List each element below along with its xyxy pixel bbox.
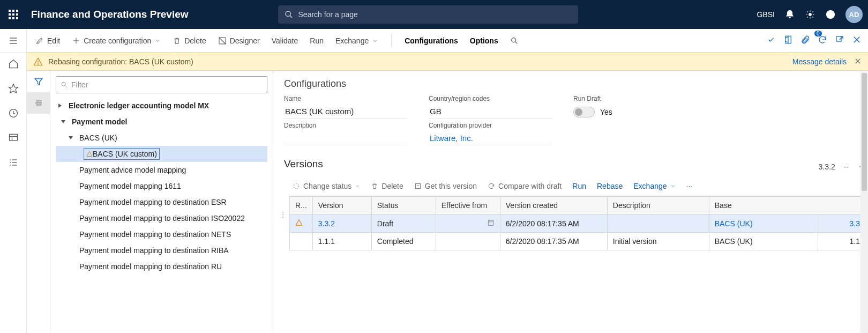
svg-rect-0 [9, 10, 11, 12]
scrollbar[interactable] [860, 71, 868, 333]
record-link-icon[interactable] [766, 35, 776, 46]
get-version-button[interactable]: Get this version [414, 182, 477, 190]
create-configuration-button[interactable]: Create configuration [72, 36, 161, 45]
nav-rail [0, 53, 27, 333]
tree-item-selected[interactable]: BACS (UK custom) [56, 146, 267, 162]
user-avatar[interactable]: AD [845, 6, 863, 23]
version-exchange-button[interactable]: Exchange [633, 182, 675, 190]
details-panel: Configurations Name BACS (UK custom) Cou… [273, 71, 868, 333]
tree-item[interactable]: Payment model mapping to destination NET… [56, 226, 267, 242]
favorites-icon[interactable] [6, 82, 20, 95]
version-row[interactable]: 1.1.1 Completed 6/2/2020 08:17:35 AM Ini… [290, 233, 866, 250]
grid-gripper-icon[interactable]: ⋮⋮ [284, 179, 289, 250]
tree-item[interactable]: Payment advice model mapping [56, 162, 267, 178]
col-status[interactable]: Status [371, 197, 436, 214]
svg-point-47 [62, 82, 65, 86]
popout-icon[interactable] [835, 35, 844, 46]
options-tab[interactable]: Options [470, 36, 498, 45]
tree-item[interactable]: Payment model mapping 1611 [56, 178, 267, 194]
country-value[interactable]: GB [429, 105, 552, 119]
exchange-button[interactable]: Exchange [335, 36, 378, 45]
company-picker[interactable]: GBSI [757, 10, 775, 19]
configurations-tab[interactable]: Configurations [405, 36, 458, 45]
calendar-icon[interactable] [487, 219, 495, 226]
change-status-button[interactable]: Change status [293, 182, 360, 190]
home-icon[interactable] [6, 57, 20, 71]
tree-item[interactable]: Payment model mapping to destination RIB… [56, 242, 267, 258]
svg-rect-5 [16, 13, 18, 16]
tree-item[interactable]: Payment model mapping to destination ESR [56, 194, 267, 210]
warning-text: Rebasing configuration: BACS (UK custom) [48, 57, 193, 66]
warning-close-icon[interactable] [854, 57, 862, 66]
svg-rect-4 [12, 13, 14, 16]
app-launcher-icon[interactable] [5, 6, 21, 23]
settings-icon[interactable] [805, 9, 815, 20]
delete-button[interactable]: Delete [173, 36, 206, 45]
versions-toolbar: Change status Delete Get this version Co… [289, 179, 866, 196]
compare-button[interactable]: Compare with draft [488, 182, 562, 190]
message-details-link[interactable]: Message details [792, 57, 847, 66]
tree-item[interactable]: Payment model mapping to destination RU [56, 258, 267, 275]
edit-button[interactable]: Edit [35, 36, 60, 45]
col-created[interactable]: Version created [500, 197, 607, 214]
svg-point-9 [286, 11, 290, 16]
chevron-down-icon [154, 38, 161, 44]
list-pane-icon[interactable] [27, 92, 50, 114]
svg-line-20 [219, 38, 226, 44]
svg-marker-51 [69, 136, 73, 139]
run-button[interactable]: Run [310, 36, 324, 45]
provider-link[interactable]: Litware, Inc. [429, 131, 552, 145]
versions-grid: R... Version Status Effective from Versi… [289, 196, 866, 250]
col-version[interactable]: Version [312, 197, 371, 214]
country-label: Country/region codes [429, 95, 552, 102]
collapse-icon [68, 135, 73, 140]
svg-marker-50 [61, 120, 65, 123]
col-r[interactable]: R... [290, 197, 313, 214]
global-search-input[interactable]: Search for a page [278, 5, 578, 24]
version-row[interactable]: 3.3.2 Draft 6/2/2020 08:17:35 AM BACS (U… [290, 214, 866, 233]
help-icon[interactable] [825, 9, 836, 20]
version-delete-button[interactable]: Delete [371, 182, 403, 190]
svg-rect-8 [16, 17, 18, 19]
designer-button[interactable]: Designer [218, 36, 260, 45]
tree-item[interactable]: BACS (UK) [56, 130, 267, 146]
col-effective[interactable]: Effective from [436, 197, 500, 214]
recent-icon[interactable] [6, 106, 20, 120]
svg-line-10 [290, 16, 292, 18]
tree-item[interactable]: Payment model [56, 114, 267, 130]
svg-point-21 [511, 38, 515, 42]
workspaces-icon[interactable] [6, 131, 20, 145]
action-search-icon[interactable] [510, 36, 519, 45]
description-value[interactable] [284, 131, 407, 145]
col-base[interactable]: Base [709, 197, 865, 214]
rundraft-toggle[interactable] [573, 107, 595, 117]
col-description[interactable]: Description [607, 197, 709, 214]
refresh-icon[interactable] [818, 35, 827, 46]
filter-pane-icon[interactable] [27, 71, 50, 92]
svg-rect-54 [488, 220, 493, 225]
tree-item[interactable]: Payment model mapping to destination ISO… [56, 210, 267, 226]
top-nav: Finance and Operations Preview Search fo… [0, 0, 868, 29]
description-label: Description [284, 122, 407, 129]
svg-point-52 [294, 183, 298, 188]
svg-line-48 [65, 86, 67, 87]
validate-button[interactable]: Validate [272, 36, 298, 45]
provider-label: Configuration provider [429, 122, 552, 129]
svg-point-13 [830, 17, 830, 17]
notifications-icon[interactable] [784, 9, 795, 20]
rebase-button[interactable]: Rebase [597, 182, 623, 190]
tree-filter-input[interactable]: Filter [56, 76, 267, 93]
modules-icon[interactable] [6, 156, 20, 169]
attachments-button[interactable]: 0 [800, 35, 810, 46]
version-run-button[interactable]: Run [572, 182, 586, 190]
svg-rect-30 [9, 134, 17, 140]
office-add-in-icon[interactable] [783, 35, 793, 46]
warning-icon [86, 151, 93, 157]
more-actions-icon[interactable]: ··· [686, 182, 693, 190]
warning-icon [295, 219, 303, 226]
nav-toggle-icon[interactable] [0, 29, 27, 52]
search-placeholder: Search for a page [298, 10, 358, 19]
name-value[interactable]: BACS (UK custom) [284, 105, 407, 119]
tree-item[interactable]: Electronic ledger accounting model MX [56, 98, 267, 114]
close-workspace-icon[interactable] [852, 35, 862, 46]
